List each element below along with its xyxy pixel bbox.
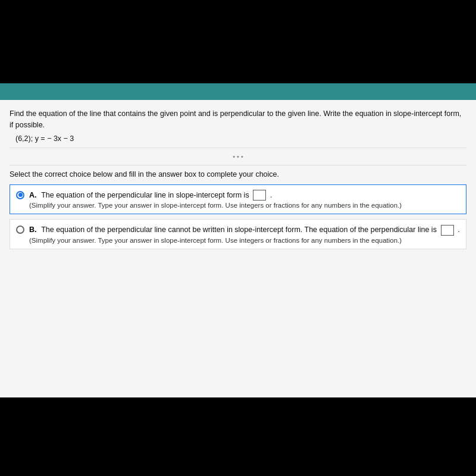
teal-bar	[0, 83, 476, 100]
option-a-period: .	[270, 191, 272, 199]
option-b-answer-box[interactable]	[441, 225, 454, 236]
point-equation: (6,2); y = − 3x − 3	[15, 134, 466, 143]
radio-b[interactable]	[16, 226, 24, 234]
select-instruction: Select the correct choice below and fill…	[10, 170, 466, 178]
divider	[10, 148, 466, 148]
option-a-label: A.	[29, 191, 37, 199]
divider2	[10, 165, 466, 165]
top-black-area	[0, 0, 476, 83]
option-a-simplify: (Simplify your answer. Type your answer …	[29, 202, 402, 209]
option-b-simplify: (Simplify your answer. Type your answer …	[29, 237, 460, 244]
option-b-label: B.	[29, 226, 37, 234]
option-b-period: .	[458, 226, 459, 234]
expand-dots[interactable]: • • •	[10, 153, 466, 160]
option-a-text: The equation of the perpendicular line i…	[41, 191, 249, 199]
radio-a[interactable]	[16, 191, 24, 199]
option-b-block[interactable]: B. The equation of the perpendicular lin…	[10, 219, 466, 249]
main-content: Find the equation of the line that conta…	[0, 100, 476, 397]
question-instruction: Find the equation of the line that conta…	[10, 108, 466, 131]
option-a-block[interactable]: A. The equation of the perpendicular lin…	[10, 184, 466, 215]
option-b-text: The equation of the perpendicular line c…	[41, 226, 437, 234]
option-a-answer-box[interactable]	[253, 190, 266, 201]
